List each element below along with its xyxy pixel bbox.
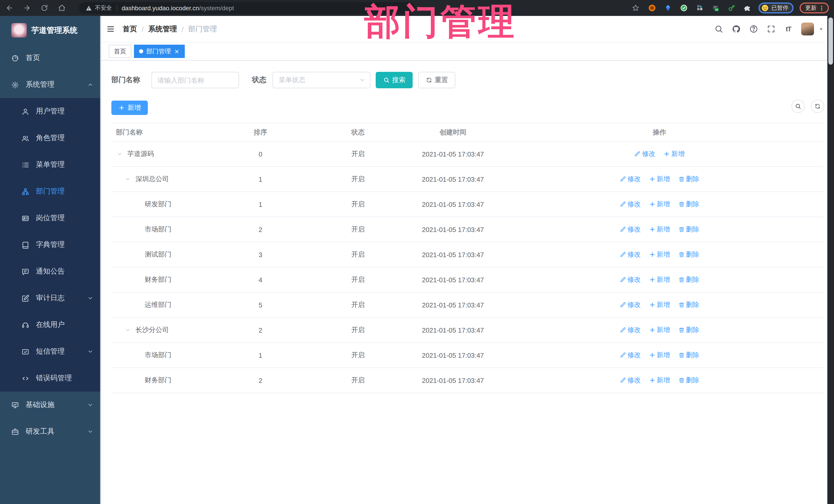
- edit-action-link[interactable]: 修改: [620, 250, 641, 259]
- col-header-created: 创建时间: [411, 128, 495, 137]
- delete-action-link[interactable]: 删除: [678, 175, 699, 184]
- screenshot-stage: 不安全 dashboard.yudao.iocoder.cn/system/de…: [0, 0, 834, 504]
- user-avatar[interactable]: [801, 23, 814, 36]
- dept-name: 市场部门: [145, 225, 171, 234]
- edit-action-link[interactable]: 修改: [620, 300, 641, 309]
- reload-icon[interactable]: [40, 4, 49, 12]
- expand-arrow-icon[interactable]: [116, 150, 123, 158]
- sidebar-item-部门管理[interactable]: 部门管理: [0, 178, 101, 205]
- tab-dept-management[interactable]: 部门管理: [134, 45, 185, 58]
- sidebar-item-首页[interactable]: 首页: [0, 45, 101, 71]
- logo-row[interactable]: 芋道管理系统: [0, 16, 101, 45]
- sidebar-item-label: 基础设施: [26, 400, 54, 410]
- breadcrumb-system[interactable]: 系统管理: [148, 24, 177, 34]
- delete-action-link[interactable]: 删除: [678, 225, 699, 234]
- search-button[interactable]: 搜索: [376, 72, 413, 88]
- ext-orange-icon[interactable]: [648, 4, 656, 12]
- add-action-link[interactable]: 新增: [649, 225, 670, 234]
- delete-action-link[interactable]: 删除: [678, 200, 699, 209]
- sidebar-item-通知公告[interactable]: 通知公告: [0, 258, 101, 285]
- refresh-table-button[interactable]: [811, 100, 824, 113]
- sidebar-item-菜单管理[interactable]: 菜单管理: [0, 151, 101, 178]
- delete-action-link[interactable]: 删除: [678, 376, 699, 385]
- ext-key-icon[interactable]: [727, 4, 736, 12]
- help-icon[interactable]: [749, 24, 758, 34]
- add-button[interactable]: 新增: [111, 101, 148, 115]
- delete-action-link[interactable]: 删除: [678, 275, 699, 284]
- sidebar-item-短信管理[interactable]: 短信管理: [0, 338, 101, 365]
- add-action-link[interactable]: 新增: [649, 300, 670, 309]
- back-arrow-icon[interactable]: [5, 4, 14, 12]
- action-label: 修改: [628, 275, 641, 284]
- edit-action-link[interactable]: 修改: [620, 275, 641, 284]
- url-bar[interactable]: 不安全 dashboard.yudao.iocoder.cn/system/de…: [79, 2, 415, 14]
- page-scrollbar[interactable]: [827, 16, 834, 504]
- add-action-link[interactable]: 新增: [649, 275, 670, 284]
- edit-action-link[interactable]: 修改: [620, 225, 641, 234]
- sidebar-item-研发工具[interactable]: 研发工具: [0, 418, 101, 445]
- edit-action-link[interactable]: 修改: [620, 200, 641, 209]
- hamburger-icon[interactable]: [106, 25, 115, 33]
- toggle-search-button[interactable]: [791, 100, 805, 113]
- sidebar-item-label: 在线用户: [36, 320, 65, 329]
- add-action-link[interactable]: 新增: [649, 200, 670, 209]
- ext-onoff-icon[interactable]: on: [711, 4, 720, 12]
- ext-squares-icon[interactable]: [696, 4, 704, 12]
- profile-chip[interactable]: 已暂停: [759, 3, 793, 13]
- plus-icon: [649, 302, 655, 308]
- add-action-link[interactable]: 新增: [649, 325, 670, 335]
- edit-action-link[interactable]: 修改: [620, 351, 641, 360]
- sidebar-item-字典管理[interactable]: 字典管理: [0, 232, 101, 258]
- add-action-link[interactable]: 新增: [664, 149, 685, 159]
- delete-action-link[interactable]: 删除: [678, 325, 699, 335]
- tab-home[interactable]: 首页: [109, 45, 131, 58]
- table-row: 财务部门2开启2021-01-05 17:03:47修改新增删除: [111, 368, 824, 393]
- sidebar-item-用户管理[interactable]: 用户管理: [0, 98, 101, 125]
- font-size-icon[interactable]: tT: [784, 24, 793, 34]
- close-tab-icon[interactable]: [174, 48, 180, 54]
- edit-action-link[interactable]: 修改: [620, 175, 641, 184]
- filter-form: 部门名称 状态 菜单状态 搜索 重置: [111, 72, 824, 88]
- breadcrumb-home[interactable]: 首页: [123, 24, 137, 34]
- action-cell: 修改新增删除: [495, 225, 824, 234]
- scrollbar-thumb[interactable]: [828, 18, 833, 65]
- action-label: 修改: [628, 351, 641, 360]
- sidebar-item-角色管理[interactable]: 角色管理: [0, 125, 101, 151]
- status-select[interactable]: 菜单状态: [272, 72, 371, 88]
- sidebar-item-岗位管理[interactable]: 岗位管理: [0, 205, 101, 232]
- expand-arrow-icon[interactable]: [124, 326, 131, 334]
- add-action-link[interactable]: 新增: [649, 250, 670, 259]
- sidebar-item-错误码管理[interactable]: 错误码管理: [0, 365, 101, 392]
- bookmark-star-icon[interactable]: [631, 4, 640, 12]
- fullscreen-icon[interactable]: [766, 24, 775, 34]
- add-action-link[interactable]: 新增: [649, 175, 670, 184]
- sidebar-item-审计日志[interactable]: 审计日志: [0, 285, 101, 311]
- delete-action-link[interactable]: 删除: [678, 351, 699, 360]
- ext-gem-icon[interactable]: [664, 4, 672, 12]
- add-action-link[interactable]: 新增: [649, 376, 670, 385]
- avatar-caret-down-icon[interactable]: [819, 26, 824, 31]
- sidebar-item-在线用户[interactable]: 在线用户: [0, 311, 101, 338]
- delete-action-link[interactable]: 删除: [678, 300, 699, 309]
- edit-action-link[interactable]: 修改: [634, 149, 655, 159]
- github-icon[interactable]: [731, 24, 741, 34]
- sidebar-item-系统管理[interactable]: 系统管理: [0, 71, 101, 98]
- forward-arrow-icon[interactable]: [23, 4, 31, 12]
- home-icon[interactable]: [58, 4, 66, 12]
- edit-action-link[interactable]: 修改: [620, 376, 641, 385]
- refresh-icon: [814, 103, 821, 109]
- expand-arrow-icon[interactable]: [124, 176, 131, 183]
- status-cell: 开启: [305, 175, 411, 184]
- edit-action-link[interactable]: 修改: [620, 325, 641, 335]
- ext-green-check-icon[interactable]: [680, 4, 688, 12]
- sidebar-item-基础设施[interactable]: 基础设施: [0, 392, 101, 418]
- ext-puzzle-icon[interactable]: [743, 4, 751, 12]
- reset-button[interactable]: 重置: [418, 72, 455, 88]
- trash-icon: [678, 277, 684, 283]
- search-icon[interactable]: [714, 24, 723, 34]
- more-dots-icon[interactable]: [819, 4, 825, 12]
- add-action-link[interactable]: 新增: [649, 351, 670, 360]
- update-button[interactable]: 更新: [799, 3, 829, 13]
- delete-action-link[interactable]: 删除: [678, 250, 699, 259]
- dept-name-input[interactable]: [151, 72, 239, 88]
